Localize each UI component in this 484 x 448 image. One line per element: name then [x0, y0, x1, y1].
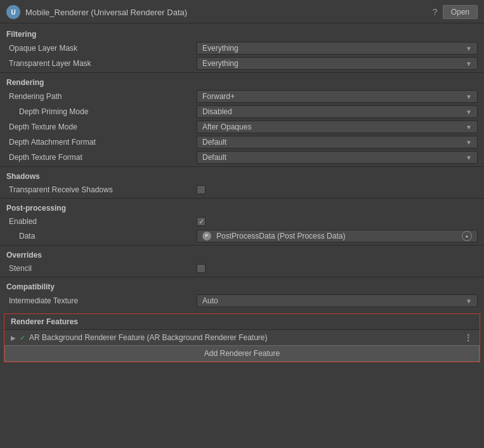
- intermediate-texture-dropdown-value: Auto: [202, 296, 218, 305]
- stencil-row: Stencil: [0, 261, 484, 275]
- depth-attachment-format-dropdown-arrow: ▼: [466, 139, 472, 146]
- depth-priming-mode-dropdown[interactable]: Disabled ▼: [197, 105, 478, 118]
- add-renderer-feature-button[interactable]: Add Renderer Feature: [4, 345, 480, 362]
- post-processing-enabled-row: Enabled: [0, 214, 484, 228]
- depth-texture-mode-dropdown-value: After Opaques: [202, 122, 251, 131]
- depth-texture-mode-label: Depth Texture Mode: [6, 122, 197, 131]
- post-processing-data-value: P PostProcessData (Post Process Data) ●: [197, 230, 478, 242]
- divider-1: [0, 72, 484, 73]
- opaque-layer-mask-label: Opaque Layer Mask: [6, 44, 197, 53]
- post-processing-section-header: Post-processing: [0, 200, 484, 214]
- opaque-layer-mask-dropdown-value: Everything: [202, 44, 239, 53]
- depth-priming-mode-dropdown-arrow: ▼: [466, 109, 472, 115]
- stencil-label: Stencil: [6, 264, 197, 273]
- rendering-path-row: Rendering Path Forward+ ▼: [0, 89, 484, 104]
- intermediate-texture-label: Intermediate Texture: [6, 296, 197, 305]
- depth-attachment-format-dropdown[interactable]: Default ▼: [197, 136, 478, 148]
- title-bar: U Mobile_Renderer (Universal Renderer Da…: [0, 0, 484, 23]
- depth-attachment-format-row: Depth Attachment Format Default ▼: [0, 135, 484, 150]
- depth-texture-format-dropdown[interactable]: Default ▼: [197, 151, 478, 164]
- window-title: Mobile_Renderer (Universal Renderer Data…: [25, 8, 187, 17]
- transparent-receive-shadows-checkbox[interactable]: [197, 185, 206, 194]
- overrides-section-header: Overrides: [0, 247, 484, 261]
- post-processing-data-row: Data P PostProcessData (Post Process Dat…: [0, 228, 484, 244]
- post-processing-data-field[interactable]: P PostProcessData (Post Process Data) ●: [197, 230, 478, 242]
- depth-texture-mode-dropdown[interactable]: After Opaques ▼: [197, 121, 478, 133]
- depth-texture-format-dropdown-value: Default: [202, 153, 226, 162]
- feature-label: AR Background Renderer Feature (AR Backg…: [29, 333, 460, 342]
- opaque-layer-mask-value: Everything ▼: [197, 42, 478, 55]
- help-icon[interactable]: ?: [433, 7, 438, 17]
- depth-priming-mode-row: Depth Priming Mode Disabled ▼: [0, 104, 484, 119]
- post-processing-enabled-checkbox[interactable]: [197, 217, 206, 226]
- title-bar-right: ? Open: [433, 5, 478, 19]
- transparent-layer-mask-dropdown-arrow: ▼: [466, 60, 472, 67]
- intermediate-texture-dropdown[interactable]: Auto ▼: [197, 294, 478, 307]
- opaque-layer-mask-row: Opaque Layer Mask Everything ▼: [0, 41, 484, 56]
- post-processing-data-text: PostProcessData (Post Process Data): [216, 232, 345, 240]
- renderer-features-header: Renderer Features: [4, 314, 480, 329]
- post-processing-data-label: Data: [6, 232, 197, 240]
- post-processing-enabled-value: [197, 217, 478, 226]
- rendering-path-dropdown[interactable]: Forward+ ▼: [197, 90, 478, 103]
- transparent-layer-mask-row: Transparent Layer Mask Everything ▼: [0, 56, 484, 71]
- depth-priming-mode-label: Depth Priming Mode: [6, 107, 197, 116]
- opaque-layer-mask-dropdown-arrow: ▼: [466, 45, 472, 52]
- stencil-value: [197, 264, 478, 273]
- depth-priming-mode-dropdown-value: Disabled: [202, 107, 232, 116]
- transparent-receive-shadows-label: Transparent Receive Shadows: [6, 185, 197, 194]
- post-process-data-icon: P: [202, 232, 211, 240]
- transparent-receive-shadows-value: [197, 185, 478, 194]
- intermediate-texture-dropdown-arrow: ▼: [466, 298, 472, 305]
- depth-texture-format-value: Default ▼: [197, 151, 478, 164]
- depth-texture-format-row: Depth Texture Format Default ▼: [0, 150, 484, 165]
- depth-attachment-format-value: Default ▼: [197, 136, 478, 148]
- depth-priming-mode-value: Disabled ▼: [197, 105, 478, 118]
- shadows-section-header: Shadows: [0, 168, 484, 183]
- divider-4: [0, 245, 484, 246]
- transparent-receive-shadows-row: Transparent Receive Shadows: [0, 183, 484, 197]
- post-processing-enabled-label: Enabled: [6, 217, 197, 226]
- feature-expand-arrow[interactable]: ▶: [11, 334, 16, 341]
- divider-2: [0, 166, 484, 167]
- intermediate-texture-value: Auto ▼: [197, 294, 478, 307]
- depth-texture-mode-row: Depth Texture Mode After Opaques ▼: [0, 119, 484, 135]
- renderer-features-section: Renderer Features ▶ ✓ AR Background Rend…: [4, 313, 480, 362]
- divider-5: [0, 277, 484, 277]
- intermediate-texture-row: Intermediate Texture Auto ▼: [0, 293, 484, 308]
- stencil-checkbox[interactable]: [197, 264, 206, 273]
- title-bar-left: U Mobile_Renderer (Universal Renderer Da…: [6, 5, 187, 19]
- transparent-layer-mask-value: Everything ▼: [197, 57, 478, 70]
- unity-icon: U: [6, 5, 20, 19]
- rendering-path-dropdown-value: Forward+: [202, 92, 235, 101]
- depth-texture-format-dropdown-arrow: ▼: [466, 154, 472, 161]
- transparent-layer-mask-dropdown[interactable]: Everything ▼: [197, 57, 478, 70]
- transparent-layer-mask-dropdown-value: Everything: [202, 59, 239, 68]
- depth-attachment-format-label: Depth Attachment Format: [6, 138, 197, 147]
- feature-context-menu-icon[interactable]: ⋮: [464, 333, 473, 343]
- rendering-path-dropdown-arrow: ▼: [466, 93, 472, 100]
- circle-dot: ●: [466, 234, 469, 239]
- depth-texture-mode-value: After Opaques ▼: [197, 121, 478, 133]
- rendering-section-header: Rendering: [0, 74, 484, 89]
- feature-enabled-checkmark[interactable]: ✓: [20, 334, 25, 342]
- renderer-feature-item: ▶ ✓ AR Background Renderer Feature (AR B…: [4, 329, 480, 345]
- rendering-path-value: Forward+ ▼: [197, 90, 478, 103]
- open-button[interactable]: Open: [443, 5, 478, 19]
- inspector-content: Filtering Opaque Layer Mask Everything ▼…: [0, 23, 484, 370]
- divider-3: [0, 198, 484, 199]
- rendering-path-label: Rendering Path: [6, 92, 197, 101]
- opaque-layer-mask-dropdown[interactable]: Everything ▼: [197, 42, 478, 55]
- transparent-layer-mask-label: Transparent Layer Mask: [6, 59, 197, 68]
- depth-texture-format-label: Depth Texture Format: [6, 153, 197, 162]
- depth-texture-mode-dropdown-arrow: ▼: [466, 124, 472, 131]
- filtering-section-header: Filtering: [0, 26, 484, 41]
- post-processing-data-inner: P PostProcessData (Post Process Data): [202, 232, 345, 240]
- compatibility-section-header: Compatibility: [0, 279, 484, 293]
- depth-attachment-format-dropdown-value: Default: [202, 138, 226, 147]
- post-processing-data-select-circle[interactable]: ●: [462, 231, 472, 241]
